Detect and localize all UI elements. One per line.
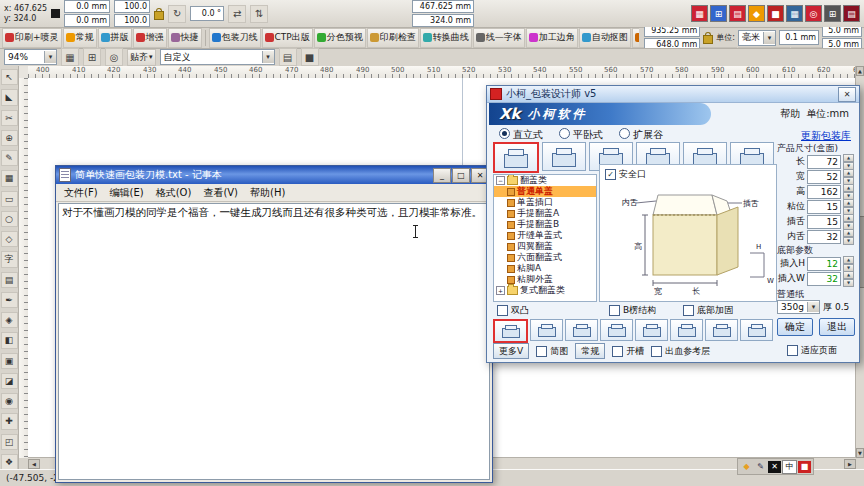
- normal-mode-button[interactable]: 常规: [575, 343, 605, 359]
- rotation-angle-field[interactable]: 0.0 °: [190, 6, 224, 21]
- print-check-button[interactable]: 印刷检查: [367, 28, 419, 48]
- more-button[interactable]: 更多V: [493, 343, 529, 359]
- plugin-toolbar-icon[interactable]: ■: [767, 5, 784, 22]
- ime-indicator[interactable]: 中: [782, 460, 797, 474]
- spin-up-icon[interactable]: ▲: [843, 154, 854, 162]
- unit-select[interactable]: 毫米▾: [738, 30, 776, 46]
- paper-weight-select[interactable]: 350g▾: [777, 300, 820, 314]
- thickness-value[interactable]: 0.5: [835, 302, 849, 312]
- scroll-down-icon[interactable]: ▼: [856, 448, 864, 458]
- radio-upright[interactable]: 直立式: [499, 128, 543, 142]
- edge-process-button[interactable]: 加工边角: [526, 28, 578, 48]
- zoom-select[interactable]: 94%▾: [4, 49, 57, 65]
- bottom-reinforce-option[interactable]: 底部加固: [683, 304, 733, 317]
- menu-file[interactable]: 文件(F): [58, 185, 104, 201]
- box-type-thumb[interactable]: [493, 142, 539, 173]
- close-icon[interactable]: ✕: [768, 461, 781, 473]
- crop-tool[interactable]: ✂: [1, 110, 18, 126]
- slot-option[interactable]: 开槽: [612, 345, 644, 358]
- chevron-down-icon[interactable]: ▾: [763, 32, 775, 44]
- update-library-link[interactable]: 更新包装库: [801, 129, 851, 143]
- simple-view-option[interactable]: 简图: [536, 345, 568, 358]
- page-options-icon[interactable]: ▤: [279, 48, 297, 66]
- interactive-fill-tool[interactable]: ◪: [1, 373, 18, 389]
- param-field[interactable]: 12: [807, 257, 841, 271]
- scroll-right-icon[interactable]: ▶: [844, 459, 856, 469]
- pen-tool[interactable]: ✒: [1, 292, 18, 308]
- bottom-style-thumb[interactable]: [635, 319, 668, 341]
- dimension-tool[interactable]: ✚: [1, 413, 18, 429]
- maximize-button[interactable]: □: [452, 168, 470, 183]
- spin-up-icon[interactable]: ▲: [843, 169, 854, 177]
- freehand-tool[interactable]: ✎: [1, 150, 18, 166]
- zoom-tool[interactable]: ⊕: [1, 130, 18, 146]
- preset-select[interactable]: 自定义▾: [160, 49, 275, 65]
- polygon-tool[interactable]: ◇: [1, 231, 18, 247]
- page-x-field[interactable]: 467.625 mm: [412, 0, 474, 13]
- square-icon[interactable]: ■: [798, 461, 811, 473]
- lock-ratio-icon[interactable]: [154, 11, 164, 20]
- lock-page-ratio-icon[interactable]: [703, 35, 713, 44]
- bottom-style-thumb[interactable]: [530, 319, 563, 341]
- box-style-tree[interactable]: −翻盖类 普通单盖 单盖插口 手提翻盖A 手提翻盖B 开缝单盖式 四翼翻盖 六面…: [493, 174, 597, 302]
- param-field[interactable]: 162: [807, 185, 841, 199]
- plugin-toolbar-icon[interactable]: ▤: [843, 5, 860, 22]
- object-height-field[interactable]: 0.0 mm: [64, 14, 110, 27]
- param-field[interactable]: 32: [807, 272, 841, 286]
- bottom-style-thumb[interactable]: [600, 319, 633, 341]
- param-field[interactable]: 15: [807, 200, 841, 214]
- options-icon[interactable]: ■: [301, 48, 319, 66]
- safety-tab-option[interactable]: ✓安全口: [605, 168, 646, 181]
- page-width-field[interactable]: 935.25 mm: [644, 27, 700, 37]
- tab-quick[interactable]: 快捷: [168, 28, 202, 48]
- scale-y-field[interactable]: 100.0: [114, 14, 150, 27]
- scale-x-field[interactable]: 100.0: [114, 0, 150, 13]
- plugin-toolbar-icon[interactable]: ▦: [691, 5, 708, 22]
- plugin-toolbar-icon[interactable]: ⊞: [710, 5, 727, 22]
- help-link[interactable]: 帮助: [774, 107, 806, 121]
- text-tool[interactable]: 字: [1, 251, 18, 267]
- mirror-vertical-icon[interactable]: ⇅: [250, 5, 268, 23]
- notepad-titlebar[interactable]: 简单快速画包装刀模.txt - 记事本 _ □ ✕: [56, 166, 492, 184]
- bottom-style-thumb[interactable]: [565, 319, 598, 341]
- tab-normal[interactable]: 常规: [63, 28, 97, 48]
- radio-extended[interactable]: 扩展谷: [619, 128, 663, 142]
- param-field[interactable]: 15: [807, 215, 841, 229]
- line-to-font-button[interactable]: 线—字体: [473, 28, 525, 48]
- packaging-cutline-button[interactable]: 包装刀线: [209, 28, 261, 48]
- plugin-toolbar-icon[interactable]: ◎: [805, 5, 822, 22]
- outline-tool[interactable]: ◧: [1, 332, 18, 348]
- plugin-toolbar-icon[interactable]: ⊞: [824, 5, 841, 22]
- menu-help[interactable]: 帮助(H): [244, 185, 291, 201]
- snap-menu-button[interactable]: 贴齐▾: [127, 49, 156, 66]
- double-convex-option[interactable]: 双凸: [497, 304, 529, 317]
- spin-up-icon[interactable]: ▲: [843, 229, 854, 237]
- object-width-field[interactable]: 0.0 mm: [64, 0, 110, 13]
- bottom-style-thumb[interactable]: [740, 319, 773, 341]
- menu-edit[interactable]: 编辑(E): [104, 185, 150, 201]
- bleed-layer-option[interactable]: 出血参考层: [651, 345, 710, 358]
- chevron-down-icon[interactable]: ▾: [807, 302, 819, 312]
- connector-tool[interactable]: ◰: [1, 434, 18, 450]
- param-field[interactable]: 72: [807, 155, 841, 169]
- param-field[interactable]: 52: [807, 170, 841, 184]
- snap-object-icon[interactable]: ◎: [105, 48, 123, 66]
- pick-tool[interactable]: ↖: [1, 69, 18, 85]
- exit-button[interactable]: 退出: [819, 318, 855, 336]
- tree-folder-duplex-flip[interactable]: +复式翻盖类: [494, 285, 596, 296]
- spin-up-icon[interactable]: ▲: [843, 199, 854, 207]
- spin-up-icon[interactable]: ▲: [843, 214, 854, 222]
- pen-icon[interactable]: ✎: [754, 461, 767, 473]
- collapse-icon[interactable]: −: [496, 176, 505, 185]
- snap-grid-icon[interactable]: ▦: [61, 48, 79, 66]
- radio-lying[interactable]: 平卧式: [559, 128, 603, 142]
- ok-button[interactable]: 确定: [777, 318, 813, 336]
- y-position-value[interactable]: 324.0: [13, 14, 36, 23]
- menu-format[interactable]: 格式(O): [150, 185, 198, 201]
- color-preview-button[interactable]: 分色预视: [314, 28, 366, 48]
- scroll-up-icon[interactable]: ▲: [856, 66, 864, 76]
- blend-tool[interactable]: ❖: [1, 454, 18, 470]
- dialog-titlebar[interactable]: 小柯_包装设计师 v5 ✕: [487, 86, 859, 103]
- plugin-toolbar-icon[interactable]: ▦: [786, 5, 803, 22]
- chevron-down-icon[interactable]: ▾: [262, 51, 274, 63]
